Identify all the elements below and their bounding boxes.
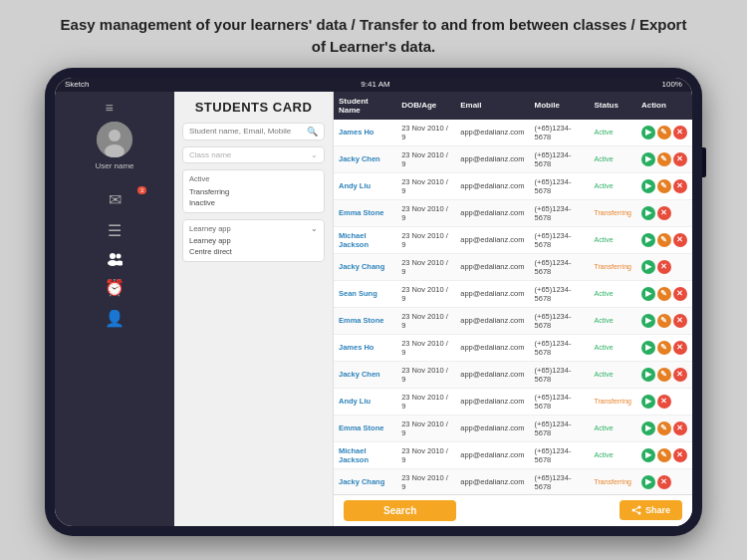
col-header-email: Email (455, 92, 529, 120)
table-row: Michael Jackson 23 Nov 2010 / 9 app@edal… (334, 226, 692, 253)
col-header-mobile: Mobile (530, 92, 590, 120)
cell-action: ▶ ✎ ✕ (636, 280, 692, 307)
action-view-btn[interactable]: ▶ (641, 260, 655, 274)
action-view-btn[interactable]: ▶ (641, 475, 655, 489)
action-edit-btn[interactable]: ✎ (657, 448, 671, 462)
action-edit-btn[interactable]: ✎ (657, 126, 671, 140)
table-row: Emma Stone 23 Nov 2010 / 9 app@edalianz.… (334, 199, 692, 226)
action-delete-btn[interactable]: ✕ (657, 206, 671, 220)
action-view-btn[interactable]: ▶ (641, 368, 655, 382)
table-row: James Ho 23 Nov 2010 / 9 app@edalianz.co… (334, 120, 692, 146)
action-buttons: ▶ ✕ (641, 395, 687, 409)
svg-point-5 (117, 253, 122, 258)
cell-email: app@edalianz.com (455, 361, 529, 388)
svg-point-3 (110, 253, 116, 259)
source-selected[interactable]: Learney app ⌄ (189, 224, 318, 233)
class-placeholder: Class name (189, 150, 231, 159)
action-view-btn[interactable]: ▶ (641, 421, 655, 435)
cell-mobile: (+65)1234-5678 (530, 280, 590, 307)
action-view-btn[interactable]: ▶ (641, 448, 655, 462)
action-delete-btn[interactable]: ✕ (657, 475, 671, 489)
action-view-btn[interactable]: ▶ (641, 395, 655, 409)
search-input[interactable] (189, 127, 305, 136)
action-buttons: ▶ ✎ ✕ (641, 126, 687, 140)
cell-name: Jacky Chen (334, 145, 396, 172)
table-body: James Ho 23 Nov 2010 / 9 app@edalianz.co… (334, 120, 692, 494)
cell-status: Active (589, 280, 635, 307)
action-view-btn[interactable]: ▶ (641, 314, 655, 328)
action-delete-btn[interactable]: ✕ (673, 233, 687, 247)
source-option-centre[interactable]: Centre direct (189, 246, 318, 257)
sidebar-item-alarm[interactable]: ⏰ (55, 272, 174, 303)
action-edit-btn[interactable]: ✎ (657, 152, 671, 166)
cell-dob: 23 Nov 2010 / 9 (396, 388, 455, 415)
cell-dob: 23 Nov 2010 / 9 (396, 334, 455, 361)
status-option-transferring[interactable]: Transferring (189, 186, 318, 197)
status-option-inactive[interactable]: Inactive (189, 197, 318, 208)
cell-mobile: (+65)1234-5678 (530, 253, 590, 280)
table-container: Student Name DOB/Age Email Mobile Status… (334, 92, 692, 494)
action-delete-btn[interactable]: ✕ (673, 448, 687, 462)
action-view-btn[interactable]: ▶ (641, 341, 655, 355)
cell-status: Active (589, 172, 635, 199)
class-chevron-icon: ⌄ (311, 150, 318, 159)
action-delete-btn[interactable]: ✕ (673, 179, 687, 193)
class-select[interactable]: Class name ⌄ (182, 146, 325, 163)
sidebar-item-students[interactable] (55, 246, 174, 272)
cell-dob: 23 Nov 2010 / 9 (396, 415, 455, 441)
action-view-btn[interactable]: ▶ (641, 179, 655, 193)
sidebar-item-mail[interactable]: ✉ 3 (55, 184, 174, 215)
action-delete-btn[interactable]: ✕ (673, 421, 687, 435)
sidebar-item-account[interactable]: 👤 (55, 303, 174, 334)
action-delete-btn[interactable]: ✕ (673, 368, 687, 382)
students-icon (107, 252, 123, 266)
cell-mobile: (+65)1234-5678 (530, 361, 590, 388)
cell-action: ▶ ✎ ✕ (636, 145, 692, 172)
share-button[interactable]: Share (620, 500, 682, 520)
action-delete-btn[interactable]: ✕ (673, 341, 687, 355)
action-view-btn[interactable]: ▶ (641, 233, 655, 247)
table-row: James Ho 23 Nov 2010 / 9 app@edalianz.co… (334, 334, 692, 361)
svg-line-10 (633, 507, 639, 510)
share-icon (631, 505, 641, 515)
action-view-btn[interactable]: ▶ (641, 287, 655, 301)
table-row: Jacky Chen 23 Nov 2010 / 9 app@edalianz.… (334, 145, 692, 172)
search-box[interactable]: 🔍 (182, 123, 325, 140)
action-edit-btn[interactable]: ✎ (657, 233, 671, 247)
filter-panel: STUDENTS CARD 🔍 Class name ⌄ Active Tran… (174, 92, 334, 526)
cell-name: James Ho (334, 334, 396, 361)
action-delete-btn[interactable]: ✕ (673, 287, 687, 301)
action-view-btn[interactable]: ▶ (641, 126, 655, 140)
action-edit-btn[interactable]: ✎ (657, 287, 671, 301)
cell-email: app@edalianz.com (455, 307, 529, 334)
table-panel: Student Name DOB/Age Email Mobile Status… (334, 92, 692, 526)
table-row: Andy Liu 23 Nov 2010 / 9 app@edalianz.co… (334, 388, 692, 415)
action-edit-btn[interactable]: ✎ (657, 314, 671, 328)
action-delete-btn[interactable]: ✕ (657, 260, 671, 274)
action-delete-btn[interactable]: ✕ (657, 395, 671, 409)
action-edit-btn[interactable]: ✎ (657, 368, 671, 382)
action-delete-btn[interactable]: ✕ (673, 314, 687, 328)
action-delete-btn[interactable]: ✕ (673, 152, 687, 166)
action-edit-btn[interactable]: ✎ (657, 421, 671, 435)
sidebar-item-list[interactable]: ☰ (55, 215, 174, 246)
source-option-learney[interactable]: Learney app (189, 235, 318, 246)
cell-name: Jacky Chang (334, 468, 396, 494)
action-buttons: ▶ ✎ ✕ (641, 368, 687, 382)
cell-name: Jacky Chang (334, 253, 396, 280)
cell-dob: 23 Nov 2010 / 9 (396, 280, 455, 307)
mail-icon: ✉ (109, 190, 122, 209)
hamburger-icon[interactable]: ≡ (95, 100, 113, 116)
action-view-btn[interactable]: ▶ (641, 206, 655, 220)
search-button[interactable]: Search (344, 500, 456, 521)
action-view-btn[interactable]: ▶ (641, 152, 655, 166)
action-buttons: ▶ ✕ (641, 206, 687, 220)
sidebar: ≡ User name ✉ 3 ☰ (55, 92, 174, 526)
header-description: Easy management of your learners' data /… (0, 0, 747, 68)
action-edit-btn[interactable]: ✎ (657, 341, 671, 355)
cell-email: app@edalianz.com (455, 226, 529, 253)
action-edit-btn[interactable]: ✎ (657, 179, 671, 193)
cell-dob: 23 Nov 2010 / 9 (396, 468, 455, 494)
cell-action: ▶ ✎ ✕ (636, 361, 692, 388)
action-delete-btn[interactable]: ✕ (673, 126, 687, 140)
